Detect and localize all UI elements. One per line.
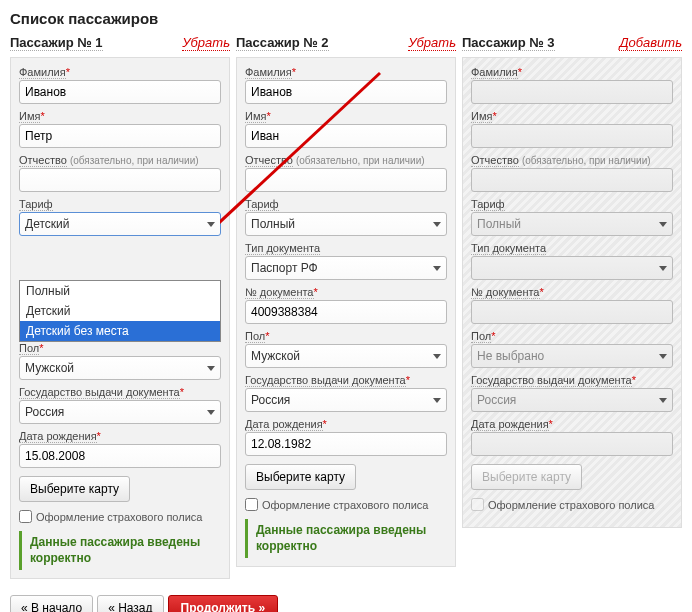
patronymic-input[interactable] bbox=[19, 168, 221, 192]
tariff-select[interactable]: Полный bbox=[245, 212, 447, 236]
country-label: Государство выдачи документа* bbox=[471, 374, 673, 386]
chevron-down-icon bbox=[433, 354, 441, 359]
country-label: Государство выдачи документа* bbox=[19, 386, 221, 398]
choose-card-button: Выберите карту bbox=[471, 464, 582, 490]
insurance-checkbox bbox=[471, 498, 484, 511]
patronymic-input bbox=[471, 168, 673, 192]
remove-link[interactable]: Убрать bbox=[408, 35, 456, 51]
tariff-label: Тариф bbox=[245, 198, 447, 210]
chevron-down-icon bbox=[433, 266, 441, 271]
passenger-col-1: Пассажир № 1 Убрать Фамилия* Имя* Отчест… bbox=[10, 33, 230, 579]
country-select: Россия bbox=[471, 388, 673, 412]
patronymic-label: Отчество (обязательно, при наличии) bbox=[245, 154, 447, 166]
tariff-option[interactable]: Полный bbox=[20, 281, 220, 301]
page-title: Список пассажиров bbox=[10, 10, 682, 27]
passenger-header: Пассажир № 1 bbox=[10, 35, 103, 51]
docnum-label: № документа* bbox=[245, 286, 447, 298]
gender-label: Пол* bbox=[471, 330, 673, 342]
firstname-label: Имя* bbox=[19, 110, 221, 122]
gender-select: Не выбрано bbox=[471, 344, 673, 368]
docnum-input[interactable] bbox=[245, 300, 447, 324]
doctype-label: Тип документа bbox=[471, 242, 673, 254]
validation-message: Данные пассажира введены корректно bbox=[19, 531, 221, 570]
nav-back-button[interactable]: « Назад bbox=[97, 595, 163, 612]
gender-select[interactable]: Мужской bbox=[245, 344, 447, 368]
tariff-option[interactable]: Детский bbox=[20, 301, 220, 321]
insurance-checkbox[interactable] bbox=[19, 510, 32, 523]
country-select[interactable]: Россия bbox=[245, 388, 447, 412]
patronymic-label: Отчество (обязательно, при наличии) bbox=[19, 154, 221, 166]
passenger-col-3: Пассажир № 3 Добавить Фамилия* Имя* Отче… bbox=[462, 33, 682, 579]
nav-start-button[interactable]: « В начало bbox=[10, 595, 93, 612]
chevron-down-icon bbox=[207, 410, 215, 415]
lastname-label: Фамилия* bbox=[245, 66, 447, 78]
passenger-col-2: Пассажир № 2 Убрать Фамилия* Имя* Отчест… bbox=[236, 33, 456, 579]
chevron-down-icon bbox=[659, 398, 667, 403]
country-select[interactable]: Россия bbox=[19, 400, 221, 424]
patronymic-input[interactable] bbox=[245, 168, 447, 192]
birthdate-label: Дата рождения* bbox=[19, 430, 221, 442]
doctype-select[interactable]: Паспорт РФ bbox=[245, 256, 447, 280]
insurance-label: Оформление страхового полиса bbox=[262, 499, 428, 511]
choose-card-button[interactable]: Выберите карту bbox=[245, 464, 356, 490]
validation-message: Данные пассажира введены корректно bbox=[245, 519, 447, 558]
nav-continue-button[interactable]: Продолжить » bbox=[168, 595, 279, 612]
lastname-input bbox=[471, 80, 673, 104]
gender-select[interactable]: Мужской bbox=[19, 356, 221, 380]
remove-link[interactable]: Убрать bbox=[182, 35, 230, 51]
firstname-label: Имя* bbox=[471, 110, 673, 122]
tariff-label: Тариф bbox=[19, 198, 221, 210]
passenger-header: Пассажир № 2 bbox=[236, 35, 329, 51]
insurance-checkbox[interactable] bbox=[245, 498, 258, 511]
firstname-input[interactable] bbox=[19, 124, 221, 148]
birthdate-label: Дата рождения* bbox=[471, 418, 673, 430]
chevron-down-icon bbox=[659, 222, 667, 227]
docnum-label: № документа* bbox=[471, 286, 673, 298]
doctype-select bbox=[471, 256, 673, 280]
lastname-label: Фамилия* bbox=[471, 66, 673, 78]
firstname-input bbox=[471, 124, 673, 148]
bottom-navigation: « В начало « Назад Продолжить » bbox=[10, 595, 682, 612]
lastname-input[interactable] bbox=[245, 80, 447, 104]
add-link[interactable]: Добавить bbox=[619, 35, 682, 51]
tariff-dropdown: Полный Детский Детский без места bbox=[19, 280, 221, 342]
country-label: Государство выдачи документа* bbox=[245, 374, 447, 386]
chevron-down-icon bbox=[659, 354, 667, 359]
docnum-input bbox=[471, 300, 673, 324]
birthdate-input[interactable] bbox=[245, 432, 447, 456]
passenger-columns: Пассажир № 1 Убрать Фамилия* Имя* Отчест… bbox=[10, 33, 682, 579]
chevron-down-icon bbox=[659, 266, 667, 271]
lastname-input[interactable] bbox=[19, 80, 221, 104]
chevron-down-icon bbox=[433, 222, 441, 227]
insurance-label: Оформление страхового полиса bbox=[488, 499, 654, 511]
tariff-label: Тариф bbox=[471, 198, 673, 210]
chevron-down-icon bbox=[207, 222, 215, 227]
patronymic-label: Отчество (обязательно, при наличии) bbox=[471, 154, 673, 166]
chevron-down-icon bbox=[433, 398, 441, 403]
birthdate-input bbox=[471, 432, 673, 456]
choose-card-button[interactable]: Выберите карту bbox=[19, 476, 130, 502]
gender-label: Пол* bbox=[245, 330, 447, 342]
tariff-select: Полный bbox=[471, 212, 673, 236]
gender-label: Пол* bbox=[19, 342, 221, 354]
insurance-label: Оформление страхового полиса bbox=[36, 511, 202, 523]
doctype-label: Тип документа bbox=[245, 242, 447, 254]
tariff-option[interactable]: Детский без места bbox=[20, 321, 220, 341]
firstname-label: Имя* bbox=[245, 110, 447, 122]
tariff-select[interactable]: Детский bbox=[19, 212, 221, 236]
birthdate-input[interactable] bbox=[19, 444, 221, 468]
firstname-input[interactable] bbox=[245, 124, 447, 148]
chevron-down-icon bbox=[207, 366, 215, 371]
birthdate-label: Дата рождения* bbox=[245, 418, 447, 430]
lastname-label: Фамилия* bbox=[19, 66, 221, 78]
passenger-header: Пассажир № 3 bbox=[462, 35, 555, 51]
